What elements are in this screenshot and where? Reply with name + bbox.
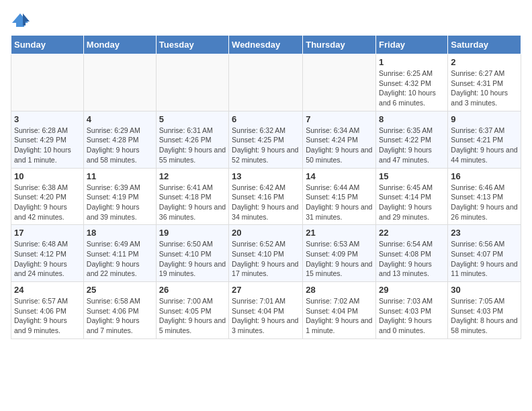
- day-number: 22: [379, 228, 445, 238]
- day-number: 4: [87, 114, 153, 124]
- day-number: 6: [232, 114, 300, 124]
- day-info: Sunrise: 6:58 AM Sunset: 4:06 PM Dayligh…: [87, 296, 153, 336]
- day-number: 21: [306, 228, 373, 238]
- calendar-cell: 20Sunrise: 6:52 AM Sunset: 4:10 PM Dayli…: [229, 225, 303, 282]
- calendar-cell: 17Sunrise: 6:48 AM Sunset: 4:12 PM Dayli…: [11, 225, 84, 282]
- weekday-header-row: SundayMondayTuesdayWednesdayThursdayFrid…: [11, 36, 521, 54]
- calendar-body: 1Sunrise: 6:25 AM Sunset: 4:32 PM Daylig…: [11, 54, 521, 339]
- calendar-cell: 23Sunrise: 6:56 AM Sunset: 4:07 PM Dayli…: [448, 225, 521, 282]
- day-info: Sunrise: 6:46 AM Sunset: 4:13 PM Dayligh…: [451, 183, 518, 222]
- day-number: 25: [87, 285, 153, 295]
- day-info: Sunrise: 6:34 AM Sunset: 4:24 PM Dayligh…: [306, 126, 373, 165]
- weekday-header-friday: Friday: [376, 36, 448, 54]
- calendar-cell: [156, 54, 228, 111]
- day-number: 14: [306, 171, 373, 181]
- day-number: 27: [232, 285, 300, 295]
- day-number: 26: [159, 285, 226, 295]
- day-number: 7: [306, 114, 373, 124]
- day-number: 18: [87, 228, 153, 238]
- day-info: Sunrise: 6:54 AM Sunset: 4:08 PM Dayligh…: [379, 239, 445, 279]
- day-number: 11: [87, 171, 153, 181]
- day-number: 3: [14, 114, 81, 124]
- day-number: 30: [451, 285, 518, 295]
- day-info: Sunrise: 6:29 AM Sunset: 4:28 PM Dayligh…: [87, 126, 153, 165]
- calendar-cell: [229, 54, 303, 111]
- day-number: 9: [451, 114, 518, 124]
- day-number: 1: [379, 57, 445, 67]
- calendar-cell: 4Sunrise: 6:29 AM Sunset: 4:28 PM Daylig…: [83, 111, 156, 168]
- calendar-cell: 8Sunrise: 6:35 AM Sunset: 4:22 PM Daylig…: [376, 111, 448, 168]
- day-info: Sunrise: 6:31 AM Sunset: 4:26 PM Dayligh…: [159, 126, 226, 165]
- calendar-cell: 13Sunrise: 6:42 AM Sunset: 4:16 PM Dayli…: [229, 168, 303, 225]
- weekday-header-thursday: Thursday: [303, 36, 376, 54]
- day-info: Sunrise: 7:03 AM Sunset: 4:03 PM Dayligh…: [379, 296, 445, 336]
- logo: [11, 11, 32, 30]
- week-row-2: 3Sunrise: 6:28 AM Sunset: 4:29 PM Daylig…: [11, 111, 521, 168]
- day-info: Sunrise: 6:37 AM Sunset: 4:21 PM Dayligh…: [451, 126, 518, 165]
- day-number: 29: [379, 285, 445, 295]
- weekday-header-saturday: Saturday: [448, 36, 521, 54]
- calendar-cell: 6Sunrise: 6:32 AM Sunset: 4:25 PM Daylig…: [229, 111, 303, 168]
- day-info: Sunrise: 6:28 AM Sunset: 4:29 PM Dayligh…: [14, 126, 81, 165]
- day-info: Sunrise: 6:32 AM Sunset: 4:25 PM Dayligh…: [232, 126, 300, 165]
- weekday-header-sunday: Sunday: [11, 36, 84, 54]
- day-number: 13: [232, 171, 300, 181]
- day-number: 8: [379, 114, 445, 124]
- calendar-cell: 28Sunrise: 7:02 AM Sunset: 4:04 PM Dayli…: [303, 282, 376, 339]
- day-info: Sunrise: 6:50 AM Sunset: 4:10 PM Dayligh…: [159, 239, 226, 279]
- week-row-5: 24Sunrise: 6:57 AM Sunset: 4:06 PM Dayli…: [11, 282, 521, 339]
- calendar-cell: 16Sunrise: 6:46 AM Sunset: 4:13 PM Dayli…: [448, 168, 521, 225]
- day-info: Sunrise: 6:42 AM Sunset: 4:16 PM Dayligh…: [232, 183, 300, 222]
- day-info: Sunrise: 6:39 AM Sunset: 4:19 PM Dayligh…: [87, 183, 153, 222]
- calendar-cell: 21Sunrise: 6:53 AM Sunset: 4:09 PM Dayli…: [303, 225, 376, 282]
- calendar-cell: 29Sunrise: 7:03 AM Sunset: 4:03 PM Dayli…: [376, 282, 448, 339]
- day-info: Sunrise: 7:00 AM Sunset: 4:05 PM Dayligh…: [159, 296, 226, 336]
- day-info: Sunrise: 7:02 AM Sunset: 4:04 PM Dayligh…: [306, 296, 373, 336]
- day-number: 15: [379, 171, 445, 181]
- day-info: Sunrise: 6:27 AM Sunset: 4:31 PM Dayligh…: [451, 68, 518, 108]
- day-number: 19: [159, 228, 226, 238]
- day-info: Sunrise: 6:52 AM Sunset: 4:10 PM Dayligh…: [232, 239, 300, 279]
- day-info: Sunrise: 6:35 AM Sunset: 4:22 PM Dayligh…: [379, 126, 445, 165]
- calendar-cell: 18Sunrise: 6:49 AM Sunset: 4:11 PM Dayli…: [83, 225, 156, 282]
- week-row-3: 10Sunrise: 6:38 AM Sunset: 4:20 PM Dayli…: [11, 168, 521, 225]
- calendar-cell: 19Sunrise: 6:50 AM Sunset: 4:10 PM Dayli…: [156, 225, 228, 282]
- day-number: 24: [14, 285, 81, 295]
- week-row-4: 17Sunrise: 6:48 AM Sunset: 4:12 PM Dayli…: [11, 225, 521, 282]
- weekday-header-wednesday: Wednesday: [229, 36, 303, 54]
- calendar-cell: [83, 54, 156, 111]
- calendar-cell: 10Sunrise: 6:38 AM Sunset: 4:20 PM Dayli…: [11, 168, 84, 225]
- day-info: Sunrise: 6:56 AM Sunset: 4:07 PM Dayligh…: [451, 239, 518, 279]
- day-number: 12: [159, 171, 226, 181]
- logo-icon: [11, 11, 30, 30]
- day-info: Sunrise: 7:01 AM Sunset: 4:04 PM Dayligh…: [232, 296, 300, 336]
- weekday-header-tuesday: Tuesday: [156, 36, 228, 54]
- calendar-cell: 11Sunrise: 6:39 AM Sunset: 4:19 PM Dayli…: [83, 168, 156, 225]
- weekday-header-monday: Monday: [83, 36, 156, 54]
- day-info: Sunrise: 6:25 AM Sunset: 4:32 PM Dayligh…: [379, 68, 445, 108]
- day-info: Sunrise: 6:48 AM Sunset: 4:12 PM Dayligh…: [14, 239, 81, 279]
- calendar-cell: 5Sunrise: 6:31 AM Sunset: 4:26 PM Daylig…: [156, 111, 228, 168]
- day-number: 10: [14, 171, 81, 181]
- calendar-cell: 14Sunrise: 6:44 AM Sunset: 4:15 PM Dayli…: [303, 168, 376, 225]
- calendar-cell: 12Sunrise: 6:41 AM Sunset: 4:18 PM Dayli…: [156, 168, 228, 225]
- day-number: 23: [451, 228, 518, 238]
- calendar-cell: 27Sunrise: 7:01 AM Sunset: 4:04 PM Dayli…: [229, 282, 303, 339]
- calendar-cell: 3Sunrise: 6:28 AM Sunset: 4:29 PM Daylig…: [11, 111, 84, 168]
- day-info: Sunrise: 7:05 AM Sunset: 4:03 PM Dayligh…: [451, 296, 518, 336]
- calendar: SundayMondayTuesdayWednesdayThursdayFrid…: [11, 35, 521, 339]
- calendar-cell: 7Sunrise: 6:34 AM Sunset: 4:24 PM Daylig…: [303, 111, 376, 168]
- day-number: 2: [451, 57, 518, 67]
- day-info: Sunrise: 6:44 AM Sunset: 4:15 PM Dayligh…: [306, 183, 373, 222]
- calendar-cell: [303, 54, 376, 111]
- day-number: 16: [451, 171, 518, 181]
- calendar-cell: 30Sunrise: 7:05 AM Sunset: 4:03 PM Dayli…: [448, 282, 521, 339]
- calendar-cell: 25Sunrise: 6:58 AM Sunset: 4:06 PM Dayli…: [83, 282, 156, 339]
- calendar-cell: 15Sunrise: 6:45 AM Sunset: 4:14 PM Dayli…: [376, 168, 448, 225]
- day-number: 17: [14, 228, 81, 238]
- calendar-cell: [11, 54, 84, 111]
- calendar-cell: 26Sunrise: 7:00 AM Sunset: 4:05 PM Dayli…: [156, 282, 228, 339]
- calendar-cell: 9Sunrise: 6:37 AM Sunset: 4:21 PM Daylig…: [448, 111, 521, 168]
- calendar-cell: 24Sunrise: 6:57 AM Sunset: 4:06 PM Dayli…: [11, 282, 84, 339]
- day-info: Sunrise: 6:45 AM Sunset: 4:14 PM Dayligh…: [379, 183, 445, 222]
